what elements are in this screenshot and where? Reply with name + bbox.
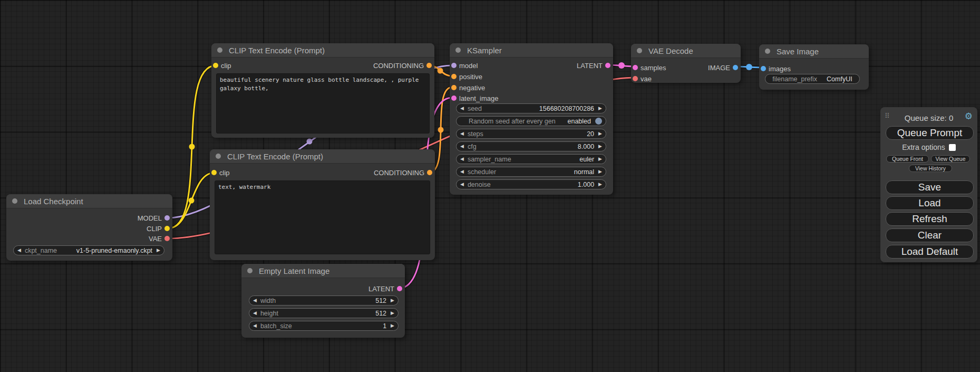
prompt-text-area[interactable]: beautiful scenery nature glass bottle la… — [216, 73, 430, 133]
node-title: Load Checkpoint — [24, 197, 83, 206]
input-slot-negative: negative — [459, 83, 485, 92]
decrement-arrow-icon[interactable]: ◀ — [460, 106, 464, 111]
increment-arrow-icon[interactable]: ▶ — [598, 157, 602, 161]
input-slot-vae: vae — [641, 74, 652, 83]
output-slot-latent: LATENT — [577, 61, 603, 70]
load-default-button[interactable]: Load Default — [886, 245, 974, 259]
node-vae-decode[interactable]: VAE Decode samples vae IMAGE — [631, 44, 741, 83]
increment-arrow-icon[interactable]: ▶ — [157, 248, 160, 253]
conditioning-output-dot[interactable] — [427, 170, 432, 175]
collapse-dot-icon[interactable] — [217, 47, 222, 53]
input-slot-clip: clip — [219, 168, 230, 177]
view-history-button[interactable]: View History — [909, 165, 952, 172]
decrement-arrow-icon[interactable]: ◀ — [17, 248, 21, 253]
ckpt-name-widget[interactable]: ◀ ckpt_name v1-5-pruned-emaonly.ckpt ▶ — [13, 245, 164, 255]
node-save-image[interactable]: Save Image images filename_prefix ComfyU… — [759, 44, 869, 90]
clip-output-dot[interactable] — [164, 226, 170, 231]
queue-menu-panel: ⠿ Queue size: 0 ⚙ Queue Prompt Extra opt… — [880, 107, 977, 262]
queue-size-label: Queue size: 0 — [880, 113, 977, 122]
decrement-arrow-icon[interactable]: ◀ — [460, 169, 464, 174]
collapse-dot-icon[interactable] — [637, 48, 642, 53]
node-title-bar[interactable]: CLIP Text Encode (Prompt) — [211, 43, 434, 58]
decrement-arrow-icon[interactable]: ◀ — [253, 323, 257, 328]
negative-input-dot[interactable] — [451, 85, 457, 90]
increment-arrow-icon[interactable]: ▶ — [598, 182, 602, 187]
queue-prompt-button[interactable]: Queue Prompt — [886, 126, 974, 140]
clip-input-dot[interactable] — [211, 170, 217, 175]
input-slot-positive: positive — [459, 72, 482, 81]
conditioning-output-dot[interactable] — [426, 63, 432, 68]
node-title-bar[interactable]: Empty Latent Image — [241, 264, 405, 278]
increment-arrow-icon[interactable]: ▶ — [598, 169, 602, 174]
decrement-arrow-icon[interactable]: ◀ — [253, 311, 257, 316]
latent-output-dot[interactable] — [397, 286, 402, 291]
batch-size-widget[interactable]: ◀ batch_size 1 ▶ — [249, 321, 399, 331]
load-button[interactable]: Load — [886, 196, 974, 210]
decrement-arrow-icon[interactable]: ◀ — [460, 182, 464, 187]
settings-gear-icon[interactable]: ⚙ — [965, 111, 973, 122]
positive-input-dot[interactable] — [451, 74, 457, 79]
collapse-dot-icon[interactable] — [216, 154, 221, 159]
vae-output-dot[interactable] — [164, 236, 170, 241]
output-slot-vae: VAE — [149, 234, 162, 243]
cfg-widget[interactable]: ◀ cfg 8.000 ▶ — [456, 141, 606, 151]
increment-arrow-icon[interactable]: ▶ — [598, 131, 602, 136]
random-seed-widget[interactable]: Random seed after every gen enabled — [456, 116, 606, 126]
save-button[interactable]: Save — [886, 180, 974, 194]
increment-arrow-icon[interactable]: ▶ — [598, 106, 602, 111]
decrement-arrow-icon[interactable]: ◀ — [460, 131, 464, 136]
increment-arrow-icon[interactable]: ▶ — [391, 311, 394, 316]
refresh-button[interactable]: Refresh — [886, 212, 974, 226]
increment-arrow-icon[interactable]: ▶ — [391, 323, 394, 328]
extra-options-checkbox[interactable] — [949, 144, 956, 151]
node-title-bar[interactable]: KSampler — [450, 43, 613, 58]
model-input-dot[interactable] — [451, 63, 457, 68]
view-queue-button[interactable]: View Queue — [931, 155, 970, 163]
steps-widget[interactable]: ◀ steps 20 ▶ — [456, 129, 606, 139]
node-title: Empty Latent Image — [259, 266, 329, 275]
vae-input-dot[interactable] — [633, 76, 638, 81]
seed-widget[interactable]: ◀ seed 156680208700286 ▶ — [456, 103, 606, 113]
output-slot-model: MODEL — [138, 214, 162, 222]
decrement-arrow-icon[interactable]: ◀ — [460, 144, 464, 149]
node-title-bar[interactable]: CLIP Text Encode (Prompt) — [210, 149, 435, 164]
latent-output-dot[interactable] — [605, 63, 610, 68]
node-title-bar[interactable]: Load Checkpoint — [6, 194, 172, 208]
collapse-dot-icon[interactable] — [765, 49, 770, 54]
node-clip-text-encode-negative[interactable]: CLIP Text Encode (Prompt) clip CONDITION… — [210, 149, 435, 260]
clear-button[interactable]: Clear — [886, 228, 974, 242]
collapse-dot-icon[interactable] — [455, 47, 461, 53]
images-input-dot[interactable] — [761, 66, 766, 71]
collapse-dot-icon[interactable] — [12, 198, 17, 204]
output-slot-conditioning: CONDITIONING — [374, 168, 424, 177]
decrement-arrow-icon[interactable]: ◀ — [460, 157, 464, 161]
queue-front-button[interactable]: Queue Front — [886, 155, 929, 163]
height-widget[interactable]: ◀ height 512 ▶ — [249, 308, 399, 318]
latent-image-input-dot[interactable] — [451, 96, 457, 101]
filename-prefix-widget[interactable]: filename_prefix ComfyUI — [765, 74, 860, 84]
node-clip-text-encode-positive[interactable]: CLIP Text Encode (Prompt) clip CONDITION… — [211, 43, 434, 138]
clip-input-dot[interactable] — [213, 63, 218, 68]
input-slot-images: images — [769, 64, 791, 73]
samples-input-dot[interactable] — [633, 65, 638, 70]
image-output-dot[interactable] — [733, 65, 738, 70]
node-empty-latent-image[interactable]: Empty Latent Image LATENT ◀ width 512 ▶ … — [241, 264, 405, 338]
collapse-dot-icon[interactable] — [247, 268, 253, 273]
node-load-checkpoint[interactable]: Load Checkpoint MODEL CLIP VAE ◀ ckpt_na… — [6, 194, 172, 261]
model-output-dot[interactable] — [164, 215, 170, 221]
scheduler-widget[interactable]: ◀ scheduler normal ▶ — [456, 167, 606, 177]
width-widget[interactable]: ◀ width 512 ▶ — [249, 295, 399, 306]
enabled-toggle[interactable] — [595, 118, 602, 125]
node-title-bar[interactable]: VAE Decode — [631, 44, 741, 58]
denoise-widget[interactable]: ◀ denoise 1.000 ▶ — [456, 179, 606, 189]
decrement-arrow-icon[interactable]: ◀ — [253, 298, 257, 303]
node-title-bar[interactable]: Save Image — [759, 44, 869, 59]
input-slot-samples: samples — [641, 63, 666, 72]
prompt-text-area[interactable]: text, watermark — [215, 180, 430, 254]
node-graph-canvas[interactable]: Load Checkpoint MODEL CLIP VAE ◀ ckpt_na… — [0, 0, 980, 372]
node-ksampler[interactable]: KSampler model positive negative latent_… — [450, 43, 613, 195]
sampler-name-widget[interactable]: ◀ sampler_name euler ▶ — [456, 154, 606, 164]
increment-arrow-icon[interactable]: ▶ — [598, 144, 602, 149]
increment-arrow-icon[interactable]: ▶ — [391, 298, 394, 303]
node-title: CLIP Text Encode (Prompt) — [229, 46, 325, 55]
